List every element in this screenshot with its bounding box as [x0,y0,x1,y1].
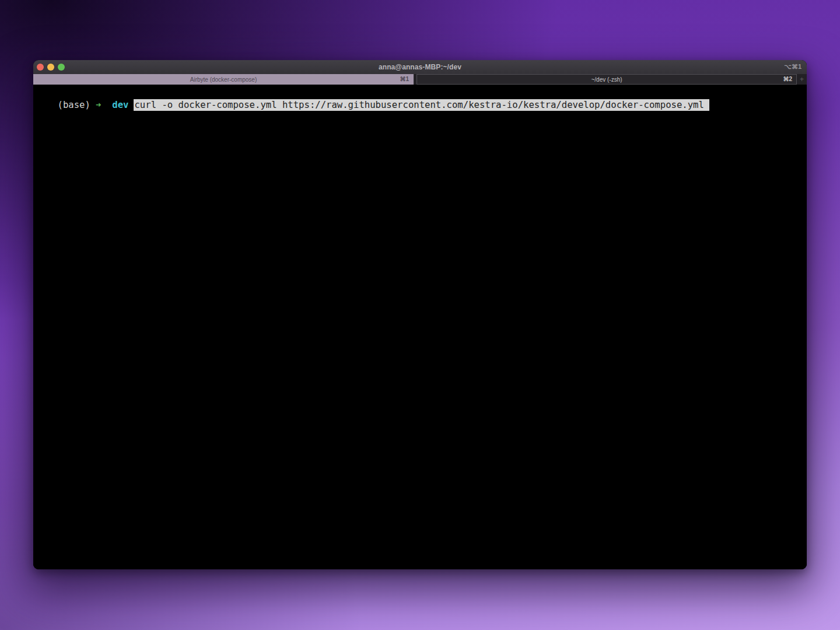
tab-dev-zsh[interactable]: ~/dev (-zsh) ⌘2 [416,74,797,85]
prompt-conda-env: (base) [58,100,90,110]
new-tab-button[interactable]: + [797,74,807,85]
minimize-button[interactable] [47,64,54,71]
selected-command-text: curl -o docker-compose.yml https://raw.g… [134,99,709,111]
prompt-arrow-icon: ➜ [96,100,101,110]
window-shortcut: ⌥⌘1 [784,63,802,71]
tab-shortcut: ⌘1 [400,76,409,82]
tab-label: ~/dev (-zsh) [591,76,622,83]
prompt-cwd: dev [112,100,128,110]
terminal-screen[interactable]: (base)➜devcurl -o docker-compose.yml htt… [33,85,807,569]
tab-bar: Airbyte (docker-compose) ⌘1 ~/dev (-zsh)… [33,74,807,85]
tab-shortcut: ⌘2 [783,76,792,82]
terminal-window: anna@annas-MBP:~/dev ⌥⌘1 Airbyte (docker… [33,60,807,569]
traffic-lights [37,64,65,71]
tab-label: Airbyte (docker-compose) [190,76,257,83]
title-bar: anna@annas-MBP:~/dev ⌥⌘1 [33,60,807,74]
zoom-button[interactable] [58,64,65,71]
window-title: anna@annas-MBP:~/dev [33,63,807,71]
close-button[interactable] [37,64,44,71]
tab-airbyte-docker-compose[interactable]: Airbyte (docker-compose) ⌘1 [33,74,414,85]
